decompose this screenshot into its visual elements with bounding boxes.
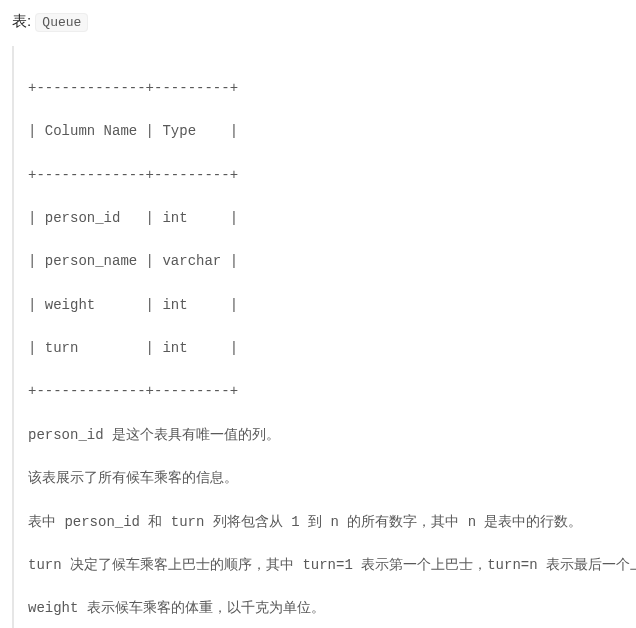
table-label-row: 表: Queue — [12, 8, 624, 34]
schema-border-mid: +-------------+---------+ — [28, 165, 624, 187]
schema-desc-1: 该表展示了所有候车乘客的信息。 — [28, 468, 624, 490]
schema-row-2: | weight | int | — [28, 295, 624, 317]
schema-row-1: | person_name | varchar | — [28, 251, 624, 273]
schema-header-row: | Column Name | Type | — [28, 121, 624, 143]
schema-border-bot: +-------------+---------+ — [28, 381, 624, 403]
schema-desc-0: person_id 是这个表具有唯一值的列。 — [28, 425, 624, 447]
schema-desc-4: weight 表示候车乘客的体重，以千克为单位。 — [28, 598, 624, 620]
schema-block: +-------------+---------+ | Column Name … — [12, 46, 624, 628]
schema-row-3: | turn | int | — [28, 338, 624, 360]
schema-border-top: +-------------+---------+ — [28, 78, 624, 100]
schema-desc-2: 表中 person_id 和 turn 列将包含从 1 到 n 的所有数字，其中… — [28, 512, 624, 534]
schema-row-0: | person_id | int | — [28, 208, 624, 230]
table-name-code: Queue — [35, 13, 88, 32]
schema-desc-3: turn 决定了候车乘客上巴士的顺序，其中 turn=1 表示第一个上巴士，tu… — [28, 555, 624, 577]
table-label-prefix: 表: — [12, 12, 35, 29]
